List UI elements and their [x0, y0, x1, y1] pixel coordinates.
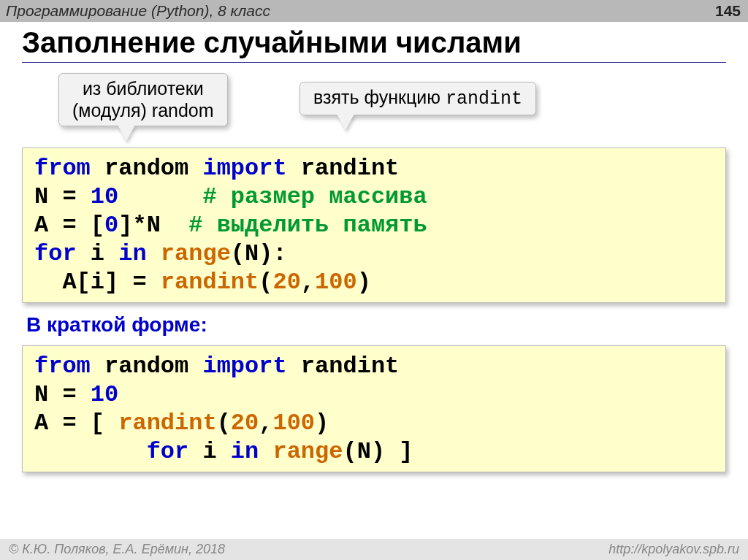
title-underline — [22, 62, 726, 63]
callout-left-line2: (модуля) random — [72, 100, 214, 120]
callout-right: взять функцию randint — [299, 82, 536, 115]
footer-left: © К.Ю. Поляков, Е.А. Ерёмин, 2018 — [9, 542, 225, 557]
subheading: В краткой форме: — [26, 313, 726, 337]
callout-left-line1: из библиотеки — [83, 78, 204, 99]
footer-right: http://kpolyakov.spb.ru — [608, 542, 739, 557]
code-block-2: from random import randint N = 10 A = [ … — [22, 345, 726, 472]
course-label: Программирование (Python), 8 класс — [6, 2, 270, 20]
callouts-row: из библиотеки (модуля) random взять функ… — [22, 73, 726, 139]
code-block-1: from random import randint N = 10 # разм… — [22, 147, 726, 303]
callout-right-tail-icon — [337, 114, 354, 130]
callout-right-fn: randint — [446, 88, 522, 110]
slide-footer: © К.Ю. Поляков, Е.А. Ерёмин, 2018 http:/… — [0, 539, 748, 560]
callout-right-prefix: взять функцию — [313, 87, 446, 107]
callout-left: из библиотеки (модуля) random — [58, 73, 228, 126]
page-number: 145 — [715, 2, 741, 20]
slide-title: Заполнение случайными числами — [22, 26, 726, 59]
callout-left-tail-icon — [118, 125, 135, 141]
slide-header: Программирование (Python), 8 класс 145 — [0, 0, 748, 22]
